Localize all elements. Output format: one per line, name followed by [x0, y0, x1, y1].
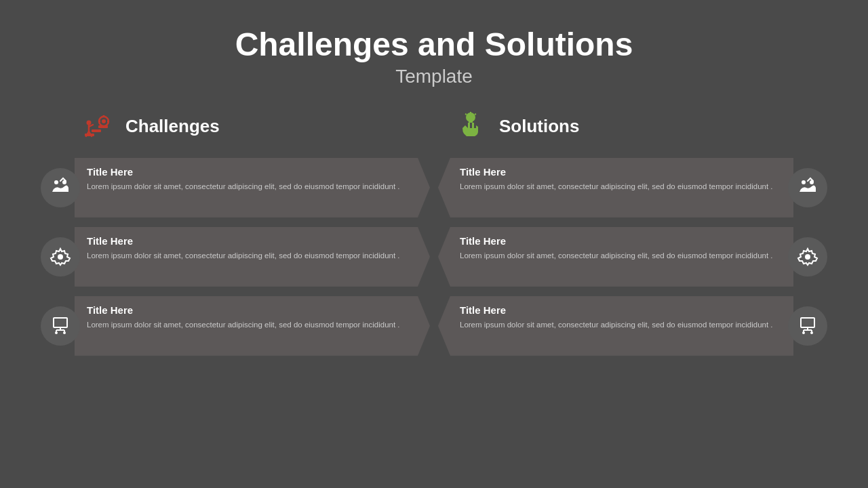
solution-circle-icon-2	[797, 246, 818, 268]
svg-rect-9	[98, 120, 100, 122]
solution-card-1-title: Title Here	[460, 166, 781, 178]
solution-card-3: Title Here Lorem ipsum dolor sit amet, c…	[438, 296, 793, 356]
solution-circle-3	[788, 306, 827, 346]
page-subtitle: Template	[235, 66, 633, 87]
challenge-row-1: Title Here Lorem ipsum dolor sit amet, c…	[41, 158, 430, 218]
challenge-card-1: Title Here Lorem ipsum dolor sit amet, c…	[75, 158, 430, 218]
solution-row-3: Title Here Lorem ipsum dolor sit amet, c…	[438, 296, 827, 356]
svg-rect-2	[92, 129, 101, 132]
svg-rect-33	[801, 318, 814, 327]
challenge-card-1-text: Lorem ipsum dolor sit amet, consectetur …	[87, 181, 410, 192]
solution-card-3-text: Lorem ipsum dolor sit amet, consectetur …	[460, 319, 781, 331]
challenge-circle-icon-2	[50, 246, 71, 268]
challenges-title: Challenges	[125, 116, 220, 137]
svg-point-15	[54, 180, 58, 184]
solution-circle-icon-1	[797, 177, 818, 199]
svg-point-21	[55, 331, 58, 334]
challenge-card-3-title: Title Here	[87, 304, 410, 316]
solution-row-1: Title Here Lorem ipsum dolor sit amet, c…	[438, 158, 827, 218]
svg-rect-18	[54, 318, 67, 327]
svg-point-36	[802, 331, 805, 334]
svg-point-0	[78, 108, 116, 146]
solution-card-1: Title Here Lorem ipsum dolor sit amet, c…	[438, 158, 793, 218]
challenge-circle-icon-3	[50, 315, 71, 337]
svg-point-25	[466, 113, 475, 122]
svg-rect-6	[103, 115, 105, 117]
svg-point-32	[805, 254, 810, 260]
svg-point-30	[802, 180, 806, 184]
challenge-circle-2	[41, 237, 80, 277]
challenges-rows: Title Here Lorem ipsum dolor sit amet, c…	[41, 158, 430, 356]
svg-line-28	[475, 114, 476, 115]
svg-point-5	[102, 119, 106, 123]
svg-rect-7	[103, 125, 105, 127]
challenge-row-2: Title Here Lorem ipsum dolor sit amet, c…	[41, 227, 430, 287]
challenge-card-1-title: Title Here	[87, 166, 410, 178]
challenge-card-2-title: Title Here	[87, 235, 410, 247]
solution-card-2: Title Here Lorem ipsum dolor sit amet, c…	[438, 227, 793, 287]
solution-row-2: Title Here Lorem ipsum dolor sit amet, c…	[438, 227, 827, 287]
page-title: Challenges and Solutions	[235, 27, 633, 63]
solutions-header: Solutions	[438, 108, 827, 146]
solution-circle-1	[788, 168, 827, 207]
challenge-card-3: Title Here Lorem ipsum dolor sit amet, c…	[75, 296, 430, 356]
challenges-icon	[78, 108, 116, 146]
svg-point-22	[63, 331, 66, 334]
challenge-card-2-text: Lorem ipsum dolor sit amet, consectetur …	[87, 250, 410, 262]
solution-circle-2	[788, 237, 827, 277]
svg-point-17	[58, 254, 63, 260]
solution-card-3-title: Title Here	[460, 304, 781, 316]
challenges-section: Challenges Tit	[41, 108, 430, 356]
solutions-title: Solutions	[499, 116, 579, 137]
svg-rect-8	[107, 120, 109, 122]
solutions-icon	[452, 108, 490, 146]
header: Challenges and Solutions Template	[235, 27, 633, 87]
svg-point-37	[810, 331, 813, 334]
challenge-row-3: Title Here Lorem ipsum dolor sit amet, c…	[41, 296, 430, 356]
svg-rect-26	[469, 121, 473, 123]
solution-circle-icon-3	[797, 315, 818, 337]
solutions-section: Solutions Title Here Lorem ipsum dolor s…	[438, 108, 827, 356]
challenge-circle-icon-1	[50, 177, 71, 199]
challenge-circle-3	[41, 306, 80, 346]
solution-card-1-text: Lorem ipsum dolor sit amet, consectetur …	[460, 181, 781, 192]
challenge-card-3-text: Lorem ipsum dolor sit amet, consectetur …	[87, 319, 410, 331]
solution-card-2-title: Title Here	[460, 235, 781, 247]
challenge-card-2: Title Here Lorem ipsum dolor sit amet, c…	[75, 227, 430, 287]
svg-line-29	[465, 114, 467, 115]
challenge-circle-1	[41, 168, 80, 207]
challenges-header: Challenges	[41, 108, 430, 146]
page: Challenges and Solutions Template	[0, 0, 868, 488]
solution-card-2-text: Lorem ipsum dolor sit amet, consectetur …	[460, 250, 781, 262]
solutions-rows: Title Here Lorem ipsum dolor sit amet, c…	[438, 158, 827, 356]
